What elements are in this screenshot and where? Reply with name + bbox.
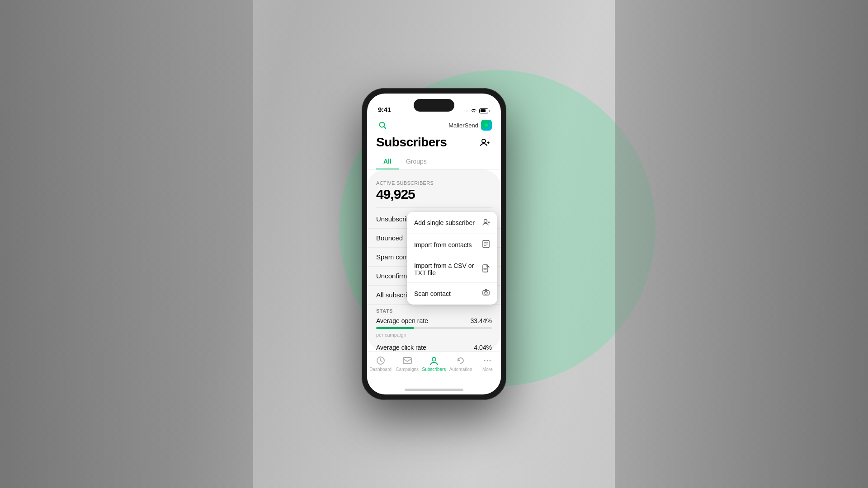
svg-point-4 — [482, 139, 486, 143]
scan-contact-item[interactable]: Scan contact — [407, 283, 497, 305]
nav-subscribers[interactable]: Subscribers — [421, 356, 446, 372]
dots-icon: ··· — [464, 108, 468, 113]
add-single-icon — [482, 218, 490, 228]
battery-icon — [479, 108, 490, 113]
svg-rect-22 — [403, 357, 411, 364]
svg-point-24 — [484, 360, 486, 361]
campaigns-icon — [402, 356, 412, 366]
nav-campaigns-label: Campaigns — [396, 367, 419, 372]
svg-point-23 — [432, 357, 436, 361]
brand-name: MailerSend — [448, 122, 478, 129]
brand-header: MailerSend — [448, 120, 492, 131]
svg-point-25 — [487, 360, 488, 361]
bottom-navigation: Dashboard Campaigns Subscribers — [367, 352, 501, 389]
scroll-content: Active subscribers 49,925 Unsubscribed ›… — [367, 169, 501, 352]
add-single-subscriber-item[interactable]: Add single subscriber — [407, 212, 497, 234]
status-icons: ··· — [464, 108, 490, 113]
brand-logo — [481, 120, 492, 131]
nav-subscribers-label: Subscribers — [422, 367, 446, 372]
phone-center-container: 9:41 ··· — [362, 88, 506, 400]
import-csv-item[interactable]: Import from a CSV or TXT file — [407, 256, 497, 283]
import-csv-label: Import from a CSV or TXT file — [414, 262, 482, 277]
svg-point-26 — [490, 360, 491, 361]
tab-all[interactable]: All — [376, 155, 399, 169]
search-button[interactable] — [376, 119, 389, 131]
scan-contact-icon — [482, 289, 490, 299]
import-contacts-icon — [482, 240, 490, 250]
more-icon — [482, 356, 492, 366]
page-title-row: Subscribers — [367, 131, 501, 155]
person-left-silhouette — [0, 0, 253, 488]
nav-automation[interactable]: Automation — [448, 356, 473, 372]
nav-more-label: More — [482, 367, 493, 372]
subscribers-icon — [429, 356, 439, 366]
phone-frame: 9:41 ··· — [362, 88, 506, 400]
svg-point-19 — [486, 292, 486, 293]
svg-line-1 — [384, 127, 386, 128]
add-single-label: Add single subscriber — [414, 219, 475, 226]
scan-contact-label: Scan contact — [414, 290, 451, 297]
add-subscriber-dropdown: Add single subscriber Import from contac… — [407, 212, 497, 305]
tab-groups[interactable]: Groups — [399, 155, 434, 169]
nav-dashboard[interactable]: Dashboard — [368, 356, 393, 372]
page-title: Subscribers — [376, 135, 447, 150]
tabs-row: All Groups — [367, 155, 501, 169]
svg-rect-20 — [485, 289, 487, 290]
dynamic-island — [414, 99, 454, 112]
status-time: 9:41 — [378, 106, 391, 113]
app-header: MailerSend — [367, 117, 501, 131]
svg-point-7 — [484, 220, 487, 223]
import-from-contacts-item[interactable]: Import from contacts — [407, 234, 497, 256]
nav-dashboard-label: Dashboard — [369, 367, 392, 372]
add-subscriber-button[interactable] — [477, 135, 492, 150]
nav-campaigns[interactable]: Campaigns — [395, 356, 420, 372]
nav-automation-label: Automation — [449, 367, 472, 372]
dashboard-icon — [376, 356, 386, 366]
wifi-icon — [471, 108, 477, 113]
phone-screen: 9:41 ··· — [367, 94, 501, 394]
home-indicator — [405, 389, 463, 391]
nav-more[interactable]: More — [475, 356, 500, 372]
import-csv-icon — [482, 264, 490, 274]
automation-icon — [456, 356, 466, 366]
person-right-silhouette — [615, 0, 868, 488]
import-contacts-label: Import from contacts — [414, 241, 472, 249]
